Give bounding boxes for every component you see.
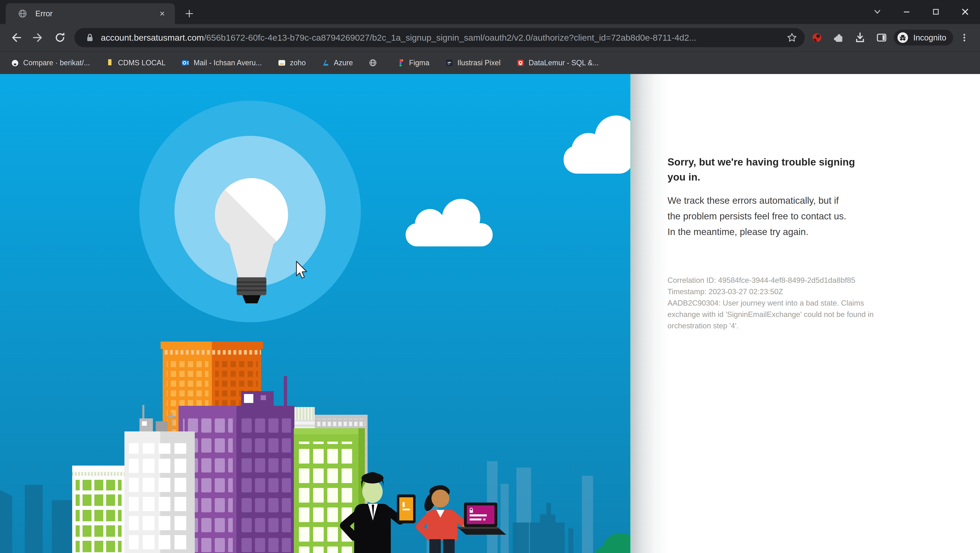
back-arrow-icon	[10, 31, 22, 44]
forward-button[interactable]	[29, 29, 47, 46]
bookmark-globe[interactable]	[366, 55, 383, 71]
three-dots-icon	[959, 32, 970, 43]
plus-icon	[184, 8, 194, 19]
bookmark-star-icon[interactable]	[786, 32, 798, 43]
tab-title: Error	[35, 10, 157, 18]
tab-strip: Error	[0, 0, 980, 24]
white-green-building	[72, 466, 124, 553]
bookmark-label: DataLemur - SQL &...	[529, 59, 599, 67]
bookmark-cdms-local[interactable]: CDMS LOCAL	[103, 55, 168, 71]
outlook-icon	[181, 58, 190, 67]
incognito-spy-icon	[896, 31, 909, 44]
url-path: /656b1672-60fc-4e13-b79c-ca8794269027/b2…	[204, 33, 696, 43]
reload-button[interactable]	[51, 29, 69, 46]
minimize-icon	[901, 6, 912, 17]
minimize-button[interactable]	[899, 5, 914, 19]
extensions-button[interactable]	[832, 31, 845, 44]
toolbar: account.bersatusmart.com/656b1672-60fc-4…	[0, 24, 980, 51]
downloads-button[interactable]	[853, 31, 867, 44]
lock-icon	[84, 32, 95, 43]
figma-icon	[396, 58, 406, 67]
close-window-button[interactable]	[958, 5, 972, 19]
forward-arrow-icon	[32, 31, 45, 44]
red-extension-icon	[811, 31, 823, 44]
close-icon	[158, 10, 166, 18]
bookmark-label: CDMS LOCAL	[118, 59, 165, 67]
error-details: Correlation ID: 49584fce-3944-4ef8-8499-…	[668, 275, 962, 332]
signin-illustration	[0, 74, 630, 553]
globe-icon	[368, 58, 377, 67]
side-panel-icon	[875, 32, 888, 44]
error-body: We track these errors automatically, but…	[668, 193, 962, 240]
browser-menu-button[interactable]	[958, 31, 971, 44]
azure-icon	[321, 58, 330, 67]
bookmark-zoho[interactable]: zoho	[275, 55, 308, 71]
browser-tab[interactable]: Error	[6, 3, 175, 24]
bookmarks-bar: Compare · berikat/... CDMS LOCAL Mail - …	[0, 51, 980, 74]
incognito-label: Incognito	[913, 33, 946, 42]
bookmark-azure[interactable]: Azure	[319, 55, 355, 71]
download-icon	[854, 31, 866, 44]
bookmark-label: Mail - Ichsan Averu...	[194, 59, 262, 67]
tab-search-button[interactable]	[870, 5, 885, 19]
maximize-icon	[931, 6, 941, 17]
bookmark-ilustrasi-pixel[interactable]: Ilustrasi Pixel	[442, 55, 503, 71]
tab-close-button[interactable]	[157, 8, 168, 19]
folder-icon	[105, 58, 114, 67]
extension-red-button[interactable]	[810, 31, 824, 44]
extension-area	[810, 31, 889, 44]
bookmark-compare[interactable]: Compare · berikat/...	[8, 55, 92, 71]
chevron-down-icon	[872, 6, 883, 17]
bookmark-label: Compare · berikat/...	[23, 59, 90, 67]
pixel-icon	[445, 58, 454, 67]
bookmark-mail[interactable]: Mail - Ichsan Averu...	[178, 55, 264, 71]
puzzle-icon	[832, 32, 845, 44]
bookmark-label: Ilustrasi Pixel	[457, 59, 501, 67]
new-tab-button[interactable]	[183, 7, 196, 20]
bookmark-label: Figma	[409, 59, 430, 67]
window-controls	[870, 2, 976, 22]
globe-favicon-icon	[18, 9, 27, 18]
error-heading: Sorry, but we're having trouble signing …	[668, 154, 962, 184]
bookmark-figma[interactable]: Figma	[394, 55, 432, 71]
address-bar[interactable]: account.bersatusmart.com/656b1672-60fc-4…	[75, 28, 805, 47]
bookmark-label: zoho	[290, 59, 306, 67]
reload-icon	[54, 31, 67, 44]
datalemur-icon	[516, 58, 525, 67]
incognito-badge: Incognito	[894, 30, 953, 46]
url-domain: account.bersatusmart.com	[101, 33, 204, 43]
maximize-button[interactable]	[929, 5, 943, 19]
close-icon	[959, 6, 971, 17]
side-panel-button[interactable]	[875, 31, 889, 44]
url-text: account.bersatusmart.com/656b1672-60fc-4…	[101, 33, 782, 43]
error-panel: Sorry, but we're having trouble signing …	[630, 74, 980, 553]
back-button[interactable]	[7, 29, 25, 46]
bookmark-label: Azure	[334, 59, 353, 67]
bookmark-datalemur[interactable]: DataLemur - SQL &...	[514, 55, 601, 71]
zoho-icon	[277, 58, 286, 67]
github-icon	[11, 58, 19, 67]
page-content: Sorry, but we're having trouble signing …	[0, 74, 980, 553]
